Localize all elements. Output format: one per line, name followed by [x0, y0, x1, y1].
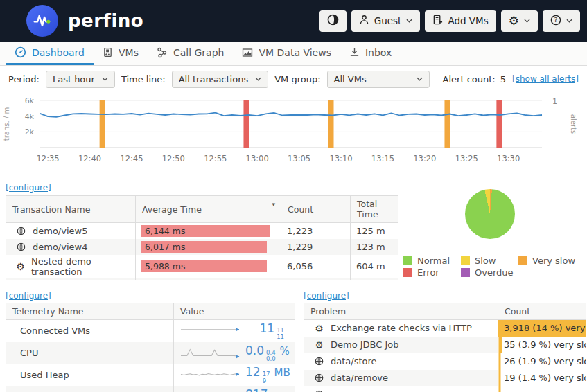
gear-icon: ⚙	[509, 15, 519, 27]
problem-name: data/remove	[331, 373, 388, 383]
transaction-count: 1,229	[281, 239, 351, 255]
telemetry-name: Connected VMs	[12, 326, 168, 336]
globe-icon	[16, 242, 26, 251]
transaction-count: 6,056	[281, 255, 351, 278]
svg-text:4k: 4k	[25, 112, 35, 121]
telemetry-configure-link[interactable]: [configure]	[6, 291, 51, 301]
svg-text:?: ?	[554, 17, 558, 24]
transactions-configure-link[interactable]: [configure]	[6, 183, 51, 193]
inbox-icon	[349, 47, 360, 57]
legend-label: Slow	[475, 256, 496, 266]
col-average-time[interactable]: Average Time▾	[136, 196, 281, 223]
graph-icon	[157, 47, 168, 58]
sparkline	[179, 366, 245, 384]
transaction-name: Nested demo transaction	[31, 256, 130, 277]
contrast-icon	[327, 14, 339, 28]
problem-row[interactable]: ⚙Demo JDBC Job 35 (3.9 %) very slow	[304, 337, 587, 353]
chevron-down-icon	[566, 19, 572, 23]
problem-row[interactable]	[304, 386, 587, 392]
problem-row[interactable]: ⚙Exchange rate checks via HTTP 3,918 (14…	[304, 320, 587, 337]
gauge-icon	[15, 46, 26, 58]
transaction-row[interactable]: demo/view5 6,144 ms 1,223 125 m	[6, 223, 399, 239]
transaction-row[interactable]: demo/view3 5,970 ms 1,216 121 m	[6, 278, 399, 281]
legend-swatch	[518, 256, 527, 265]
problem-row[interactable]: data/store 26 (1.9 %) very slow	[304, 353, 587, 370]
legend-label: Normal	[417, 256, 450, 266]
transaction-row[interactable]: ⚙Nested demo transaction 5,988 ms 6,056 …	[6, 255, 399, 278]
sparkline	[179, 344, 245, 362]
chart-icon	[242, 47, 253, 58]
col-count[interactable]: Count	[281, 196, 351, 223]
period-value: Last hour	[53, 74, 95, 84]
legend-item: Slow	[461, 256, 518, 266]
telemetry-row[interactable]: Average Transaction Duration 817822770ms	[6, 386, 296, 392]
col-transaction-name[interactable]: Transaction Name	[6, 196, 136, 223]
user-menu-button[interactable]: Guest	[351, 10, 421, 32]
legend-label: Very slow	[532, 256, 575, 266]
telemetry-row[interactable]: CPU 0.00.40.0%	[6, 342, 296, 364]
perfino-logo-icon	[26, 5, 58, 37]
settings-menu-button[interactable]: ⚙	[501, 10, 538, 32]
legend-label: Error	[417, 267, 439, 278]
timeline-select[interactable]: All transactions	[172, 71, 268, 88]
show-all-alerts-link[interactable]: [show all alerts]	[512, 74, 579, 84]
col-problem-count[interactable]: Count	[498, 303, 587, 320]
problems-table: Problem Count ⚙Exchange rate checks via …	[304, 303, 586, 392]
problem-row[interactable]: data/remove 19 (1.4 %) very slow	[304, 370, 587, 386]
average-time-bar: 6,144 ms	[141, 225, 270, 237]
col-problem[interactable]: Problem	[304, 303, 498, 320]
legend-swatch	[403, 256, 412, 265]
problem-count: 26 (1.9 %) very slow	[498, 353, 587, 370]
filter-bar: Period: Last hour Time line: All transac…	[0, 66, 587, 92]
globe-icon	[314, 357, 324, 366]
sort-desc-icon[interactable]: ▾	[272, 201, 275, 208]
tab-call-graph[interactable]: Call Graph	[148, 42, 234, 65]
transaction-name: demo/view5	[33, 226, 87, 236]
globe-icon	[16, 226, 26, 235]
transaction-status-pie-chart	[465, 189, 515, 239]
tab-vm-data-views[interactable]: VM Data Views	[233, 42, 340, 65]
vmgroup-select[interactable]: All VMs	[327, 71, 430, 88]
add-vms-icon	[432, 15, 443, 27]
telemetry-name: Used Heap	[12, 370, 168, 380]
svg-text:13:00: 13:00	[246, 154, 269, 163]
help-menu-button[interactable]: ?	[543, 10, 580, 32]
svg-text:13:20: 13:20	[413, 154, 436, 163]
telemetry-row[interactable]: Connected VMs 111111	[6, 320, 296, 342]
theme-toggle-button[interactable]	[319, 10, 347, 32]
problem-name: Demo JDBC Job	[331, 339, 399, 350]
tab-vms[interactable]: VMs	[94, 42, 148, 65]
transaction-row[interactable]: demo/view4 6,017 ms 1,229 123 m	[6, 239, 399, 255]
tab-inbox[interactable]: Inbox	[340, 42, 401, 65]
add-vms-button[interactable]: Add VMs	[425, 10, 496, 32]
transaction-total-time: 125 m	[351, 223, 399, 239]
vmgroup-value: All VMs	[334, 74, 367, 84]
tab-call-graph-label: Call Graph	[173, 47, 225, 58]
problem-count	[498, 386, 587, 392]
period-select[interactable]: Last hour	[46, 71, 115, 88]
chevron-down-icon	[417, 77, 423, 81]
legend-swatch	[403, 268, 412, 277]
transactions-section: [configure] Transaction Name Average Tim…	[0, 182, 587, 280]
gear-icon: ⚙	[16, 262, 25, 271]
col-total-time[interactable]: Total Time	[351, 196, 399, 223]
user-menu-label: Guest	[374, 15, 402, 26]
tab-dashboard[interactable]: Dashboard	[6, 42, 94, 65]
tab-inbox-label: Inbox	[365, 47, 392, 58]
col-telemetry-name[interactable]: Telemetry Name	[6, 303, 174, 320]
transaction-name: demo/view4	[33, 242, 87, 252]
svg-text:12:45: 12:45	[120, 154, 143, 163]
legend-item: Normal	[403, 256, 461, 266]
problems-configure-link[interactable]: [configure]	[304, 291, 349, 301]
transactions-timeline-chart[interactable]: 2k4k6k12:3512:4012:4512:5012:5513:0013:0…	[0, 92, 587, 170]
average-time-bar: 5,970 ms	[141, 280, 265, 281]
legend-item: Very slow	[518, 256, 577, 266]
pie-legend: NormalSlowVery slowErrorOverdue	[403, 256, 577, 278]
chevron-down-icon	[524, 19, 530, 23]
col-value[interactable]: Value	[174, 303, 296, 320]
telemetry-row[interactable]: Used Heap 12179MB	[6, 364, 296, 386]
svg-text:6k: 6k	[25, 96, 35, 105]
legend-item: Error	[403, 267, 461, 278]
gear-icon: ⚙	[314, 340, 324, 350]
add-vms-label: Add VMs	[448, 15, 488, 26]
